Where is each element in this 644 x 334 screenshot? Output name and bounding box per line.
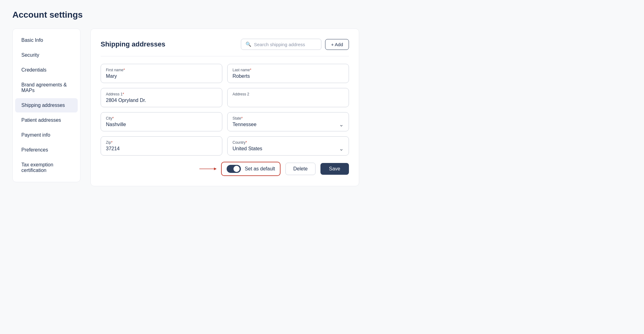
address1-field[interactable]: Address 1* — [101, 88, 222, 107]
section-title: Shipping addresses — [101, 40, 165, 48]
sidebar-item-patient-addresses[interactable]: Patient addresses — [15, 113, 78, 127]
section-divider — [101, 56, 349, 56]
search-icon: 🔍 — [246, 42, 251, 47]
address2-input[interactable] — [233, 98, 344, 103]
city-input[interactable] — [106, 122, 217, 127]
state-label: State* — [233, 116, 344, 121]
state-field[interactable]: State* Tennessee — [227, 112, 349, 131]
zip-input[interactable] — [106, 146, 217, 152]
set-default-toggle[interactable] — [227, 165, 241, 173]
delete-button[interactable]: Delete — [285, 163, 315, 175]
state-select[interactable]: Tennessee — [233, 122, 344, 127]
last-name-field[interactable]: Last name* — [227, 64, 349, 83]
sidebar: Basic Info Security Credentials Brand ag… — [12, 29, 80, 182]
address2-field[interactable]: Address 2 — [227, 88, 349, 107]
page-title: Account settings — [12, 10, 359, 20]
save-button[interactable]: Save — [320, 163, 349, 175]
sidebar-item-brand-agreements[interactable]: Brand agreements & MAPs — [15, 78, 78, 98]
address1-input[interactable] — [106, 98, 217, 103]
last-name-input[interactable] — [233, 73, 344, 79]
arrow-indicator — [199, 165, 218, 173]
search-box[interactable]: 🔍 — [241, 39, 321, 50]
form-actions: Set as default Delete Save — [101, 162, 349, 176]
city-label: City* — [106, 116, 217, 121]
svg-marker-0 — [214, 168, 217, 170]
sidebar-item-tax-exemption[interactable]: Tax exemption certification — [15, 158, 78, 178]
country-select-wrapper: United States — [233, 146, 344, 152]
main-content: Shipping addresses 🔍 + Add First name* — [90, 29, 359, 186]
first-name-label: First name* — [106, 68, 217, 72]
address2-label: Address 2 — [233, 92, 344, 96]
section-header: Shipping addresses 🔍 + Add — [101, 39, 349, 50]
last-name-label: Last name* — [233, 68, 344, 72]
first-name-field[interactable]: First name* — [101, 64, 222, 83]
country-field[interactable]: Country* United States — [227, 136, 349, 156]
sidebar-item-shipping-addresses[interactable]: Shipping addresses — [15, 98, 78, 112]
address1-label: Address 1* — [106, 92, 217, 96]
sidebar-item-basic-info[interactable]: Basic Info — [15, 33, 78, 47]
zip-field[interactable]: Zip* — [101, 136, 222, 156]
search-input[interactable] — [254, 42, 317, 47]
set-default-label: Set as default — [245, 166, 275, 172]
city-field[interactable]: City* — [101, 112, 222, 131]
country-select[interactable]: United States — [233, 146, 344, 151]
sidebar-item-credentials[interactable]: Credentials — [15, 63, 78, 77]
sidebar-item-security[interactable]: Security — [15, 48, 78, 62]
sidebar-item-preferences[interactable]: Preferences — [15, 143, 78, 157]
set-default-area: Set as default — [221, 162, 281, 176]
zip-label: Zip* — [106, 140, 217, 145]
country-label: Country* — [233, 140, 344, 145]
toggle-slider — [227, 165, 241, 173]
set-default-container: Set as default — [221, 162, 281, 176]
state-select-wrapper: Tennessee — [233, 122, 344, 127]
address-form: First name* Last name* Address 1* — [101, 64, 349, 156]
header-actions: 🔍 + Add — [241, 39, 349, 50]
add-button[interactable]: + Add — [325, 39, 349, 50]
sidebar-item-payment-info[interactable]: Payment info — [15, 128, 78, 142]
first-name-input[interactable] — [106, 73, 217, 79]
